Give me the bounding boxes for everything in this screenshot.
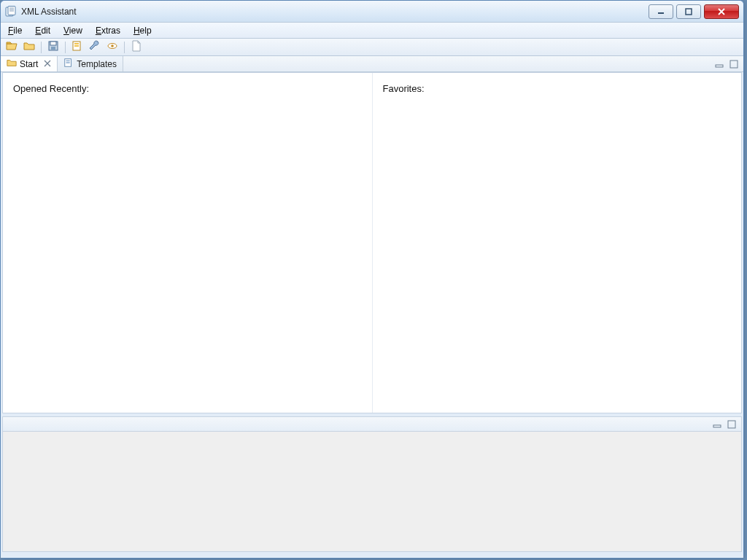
svg-rect-14 bbox=[66, 62, 70, 63]
bottom-panel-body bbox=[3, 432, 741, 551]
validate-button[interactable] bbox=[69, 40, 85, 55]
menu-view[interactable]: View bbox=[61, 24, 85, 37]
tab-label: Templates bbox=[77, 59, 117, 69]
maximize-button[interactable] bbox=[676, 4, 701, 19]
menu-edit[interactable]: Edit bbox=[32, 24, 53, 37]
favorites-column: Favorites: bbox=[372, 73, 742, 413]
toolbar bbox=[1, 39, 743, 56]
tab-start[interactable]: Start bbox=[1, 56, 58, 71]
bottom-panel bbox=[2, 416, 742, 552]
folder-closed-icon bbox=[23, 40, 35, 54]
window-title: XML Assistant bbox=[21, 7, 77, 17]
validate-icon bbox=[71, 40, 83, 54]
titlebar: XML Assistant bbox=[1, 1, 743, 23]
bottom-maximize-button[interactable] bbox=[727, 419, 737, 429]
svg-rect-18 bbox=[728, 421, 735, 428]
app-window: XML Assistant File Edit View Extras Help bbox=[0, 0, 744, 559]
close-button[interactable] bbox=[704, 4, 739, 19]
wrench-icon bbox=[89, 40, 101, 54]
favorites-header: Favorites: bbox=[383, 83, 425, 94]
svg-rect-3 bbox=[686, 9, 692, 15]
tab-close-icon[interactable] bbox=[44, 60, 51, 69]
templates-tab-icon bbox=[63, 58, 74, 70]
save-icon bbox=[47, 40, 59, 54]
menu-file[interactable]: File bbox=[5, 24, 25, 37]
recent-header: Opened Recently: bbox=[13, 83, 89, 94]
menubar: File Edit View Extras Help bbox=[1, 23, 743, 39]
tab-label: Start bbox=[20, 59, 38, 69]
window-controls bbox=[646, 4, 739, 19]
bottom-minimize-button[interactable] bbox=[712, 419, 722, 429]
bottom-panel-controls bbox=[3, 417, 741, 432]
maximize-pane-button[interactable] bbox=[729, 59, 739, 69]
menu-help[interactable]: Help bbox=[131, 24, 155, 37]
app-icon bbox=[5, 6, 17, 18]
folder-tab-icon bbox=[7, 58, 17, 70]
svg-rect-13 bbox=[66, 61, 70, 62]
new-document-button[interactable] bbox=[128, 40, 144, 55]
svg-rect-9 bbox=[74, 45, 79, 47]
tabstrip: Start Templates bbox=[1, 56, 743, 72]
svg-rect-16 bbox=[730, 61, 738, 68]
svg-rect-8 bbox=[74, 43, 79, 44]
svg-rect-17 bbox=[713, 425, 721, 427]
document-icon bbox=[131, 40, 142, 54]
preview-button[interactable] bbox=[104, 40, 120, 55]
minimize-button[interactable] bbox=[649, 4, 673, 19]
svg-point-11 bbox=[111, 44, 114, 47]
menu-extras[interactable]: Extras bbox=[93, 24, 123, 37]
start-pane: Opened Recently: Favorites: bbox=[2, 72, 742, 413]
save-button[interactable] bbox=[45, 40, 61, 55]
open-folder-button[interactable] bbox=[4, 40, 20, 55]
svg-rect-6 bbox=[51, 47, 55, 50]
tab-templates[interactable]: Templates bbox=[58, 56, 123, 71]
main-area: Opened Recently: Favorites: bbox=[1, 72, 743, 558]
minimize-pane-button[interactable] bbox=[714, 59, 724, 69]
transform-button[interactable] bbox=[87, 40, 103, 55]
recent-column: Opened Recently: bbox=[3, 73, 372, 413]
svg-rect-15 bbox=[716, 65, 723, 67]
eye-icon bbox=[107, 40, 118, 54]
svg-rect-5 bbox=[50, 42, 56, 45]
open-folder-icon bbox=[6, 40, 18, 54]
open-archive-button[interactable] bbox=[21, 40, 37, 55]
svg-rect-1 bbox=[8, 6, 15, 15]
